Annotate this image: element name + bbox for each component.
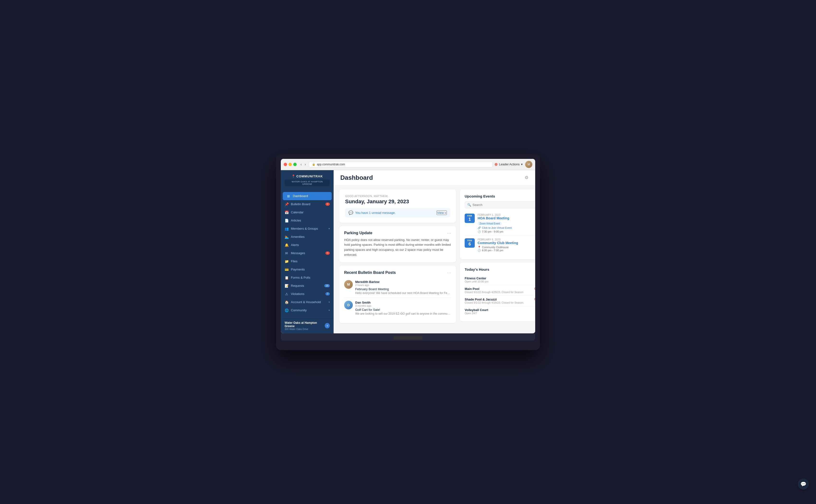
- parking-menu-button[interactable]: ⋯: [447, 231, 451, 235]
- footer-community-name: Water Oaks at Hampton Greene: [285, 321, 325, 328]
- main-content: Dashboard ⚙ GOOD AFTERNOON, MATTHEW. Sun…: [334, 170, 535, 333]
- sidebar-item-bulletin-board[interactable]: 📌 Bulletin Board 1: [281, 200, 334, 208]
- alerts-icon: 🔔: [285, 243, 288, 247]
- bulletin-post-2[interactable]: D Dan Smith 3 months ago Golf Cart for S…: [344, 298, 451, 318]
- post-content-1: Meredith Barlow 2 hours ago February Boa…: [355, 280, 451, 295]
- sidebar-nav: ⊞ Dashboard 📌 Bulletin Board 1 📅 Calenda…: [281, 190, 334, 318]
- facility-sub-1: Open until 10:00 pm: [465, 280, 488, 283]
- event-month-2: FEB: [465, 239, 475, 242]
- sidebar-item-label: Violations: [291, 292, 304, 296]
- facility-info-1: Fitness Center Open until 10:00 pm: [465, 276, 488, 283]
- bulletin-menu-button[interactable]: ⋯: [447, 270, 451, 275]
- sidebar-item-files[interactable]: 📁 Files: [281, 257, 334, 265]
- post-subject-1: February Board Meeting: [355, 287, 451, 291]
- hours-section-header: Today's Hours ⋯: [465, 267, 535, 272]
- bulletin-badge: 1: [325, 203, 330, 206]
- maximize-btn[interactable]: [293, 163, 297, 166]
- sidebar-item-calendar[interactable]: 📅 Calendar: [281, 208, 334, 216]
- account-icon: 🏠: [285, 300, 288, 304]
- messages-icon: ✉: [285, 251, 288, 255]
- sidebar-item-label: Dashboard: [293, 194, 308, 198]
- event-time-2: 🕐 6:00 pm - 7:00 pm: [478, 249, 535, 252]
- facility-info-2: Main Pool Closed 9/1/22 through 4/29/23.…: [465, 287, 523, 294]
- address-bar[interactable]: 🔒 app.communitrak.com: [309, 162, 493, 167]
- sidebar-item-forms-polls[interactable]: 📋 Forms & Polls: [281, 274, 334, 282]
- sidebar-item-messages[interactable]: ✉ Messages 1: [281, 249, 334, 257]
- sidebar-item-label: Messages: [291, 251, 305, 255]
- parking-update-card: Parking Update ⋯ HOA policy does not all…: [339, 226, 456, 262]
- event-location-2: 📍 Community Clubhouse: [478, 246, 535, 249]
- sidebar-item-account-household[interactable]: 🏠 Account & Household ▾: [281, 298, 334, 306]
- event-name-2[interactable]: Community Club Meeting: [478, 241, 535, 245]
- events-search-input[interactable]: [473, 203, 535, 207]
- requests-icon: 📝: [285, 284, 288, 288]
- sidebar-item-articles[interactable]: 📄 Articles: [281, 216, 334, 225]
- user-avatar[interactable]: M: [525, 161, 532, 168]
- sidebar-item-payments[interactable]: 💳 Payments: [281, 265, 334, 274]
- facility-info-4: Volleyball Court Open 24/7: [465, 308, 488, 315]
- message-bar: 💬 You have 1 unread message. View »: [345, 208, 450, 217]
- event-name-1[interactable]: HOA Board Meeting: [478, 216, 535, 220]
- event-time-1: 🕐 7:30 pm - 9:00 pm: [478, 230, 535, 233]
- leader-actions-button[interactable]: Leader Actions ▾: [495, 162, 523, 166]
- facility-name-3: Shade Pool & Jacuzzi: [465, 298, 524, 301]
- amenities-icon: 🏊: [285, 235, 288, 239]
- sidebar-logo: 📍 COMMUNITRAK WATER OAKS AT HAMPTON GREE…: [281, 170, 334, 190]
- chat-fab-button[interactable]: 💬: [798, 479, 809, 490]
- parking-update-title: Parking Update: [344, 231, 372, 235]
- post-content-2: Dan Smith 3 months ago Golf Cart for Sal…: [355, 301, 451, 315]
- payments-icon: 💳: [285, 268, 288, 271]
- violations-badge: 7: [325, 292, 330, 295]
- sidebar-item-members-groups[interactable]: 👥 Members & Groups ▾: [281, 225, 334, 233]
- sidebar-item-label: Files: [291, 259, 297, 263]
- events-search-box[interactable]: 🔍: [465, 201, 535, 208]
- url-text: app.communitrak.com: [317, 163, 345, 166]
- greeting-card: GOOD AFTERNOON, MATTHEW. Sunday, January…: [339, 189, 456, 223]
- post-excerpt-2: We are looking to sell our 2019 EZ-GO go…: [355, 312, 451, 315]
- event-item-1: FEB 1 FEBRUARY 1, 2023 HOA Board Meeting…: [465, 211, 535, 236]
- sidebar-item-label: Community: [291, 308, 307, 312]
- page-title: Dashboard: [340, 174, 373, 181]
- greeting-date: Sunday, January 29, 2023: [345, 198, 450, 205]
- hours-main-pool: Main Pool Closed 9/1/22 through 4/29/23.…: [465, 285, 535, 296]
- event-join-link-1[interactable]: 🔗 Click to Join Virtual Event: [478, 226, 535, 229]
- hours-title: Today's Hours: [465, 267, 489, 271]
- page-header: Dashboard ⚙: [334, 170, 535, 186]
- greeting-label: GOOD AFTERNOON, MATTHEW.: [345, 195, 450, 198]
- card-header-row: Parking Update ⋯: [344, 231, 451, 235]
- close-btn[interactable]: [284, 163, 287, 166]
- sidebar-item-label: Alerts: [291, 243, 299, 247]
- bulletin-post-1[interactable]: M Meredith Barlow 2 hours ago February B…: [344, 277, 451, 298]
- event-date-label-2: FEBRUARY 6, 2023: [478, 238, 535, 241]
- sidebar-item-violations[interactable]: ⚠ Violations 7: [281, 290, 334, 298]
- time-text-1: 7:30 pm - 9:00 pm: [482, 230, 503, 233]
- post-avatar-1: M: [344, 280, 353, 289]
- sidebar-item-requests[interactable]: 📝 Requests 16: [281, 282, 334, 290]
- sidebar-item-dashboard[interactable]: ⊞ Dashboard: [283, 192, 332, 200]
- back-button[interactable]: ‹: [300, 162, 303, 167]
- todays-hours-card: Today's Hours ⋯ Fitness Center Open unti…: [460, 263, 535, 321]
- view-messages-button[interactable]: View »: [437, 210, 447, 215]
- sidebar-item-community[interactable]: 🌐 Community ▾: [281, 306, 334, 314]
- facility-info-3: Shade Pool & Jacuzzi Closed 9/1/22 throu…: [465, 298, 524, 304]
- facility-name-4: Volleyball Court: [465, 308, 488, 312]
- hours-fitness-center: Fitness Center Open until 10:00 pm OPEN: [465, 275, 535, 285]
- post-subject-2: Golf Cart for Sale!: [355, 308, 451, 312]
- members-icon: 👥: [285, 227, 288, 231]
- chat-icon: 💬: [800, 481, 806, 487]
- link-icon: 🔗: [478, 226, 481, 229]
- chevron-icon: ▾: [329, 227, 330, 230]
- sidebar-item-amenities[interactable]: 🏊 Amenities: [281, 233, 334, 241]
- upcoming-events-card: Upcoming Events ⋯ 🔍 FEB 1: [460, 189, 535, 259]
- settings-button[interactable]: ⚙: [525, 175, 528, 180]
- facility-name-1: Fitness Center: [465, 276, 488, 280]
- logo-text: COMMUNITRAK: [296, 174, 323, 178]
- minimize-btn[interactable]: [288, 163, 292, 166]
- add-community-button[interactable]: +: [325, 323, 330, 328]
- sidebar-item-alerts[interactable]: 🔔 Alerts: [281, 241, 334, 249]
- sidebar-item-label: Bulletin Board: [291, 202, 310, 206]
- right-column: Upcoming Events ⋯ 🔍 FEB 1: [460, 189, 535, 330]
- forward-button[interactable]: ›: [304, 162, 307, 167]
- leader-dot: [495, 163, 498, 166]
- forms-icon: 📋: [285, 276, 288, 280]
